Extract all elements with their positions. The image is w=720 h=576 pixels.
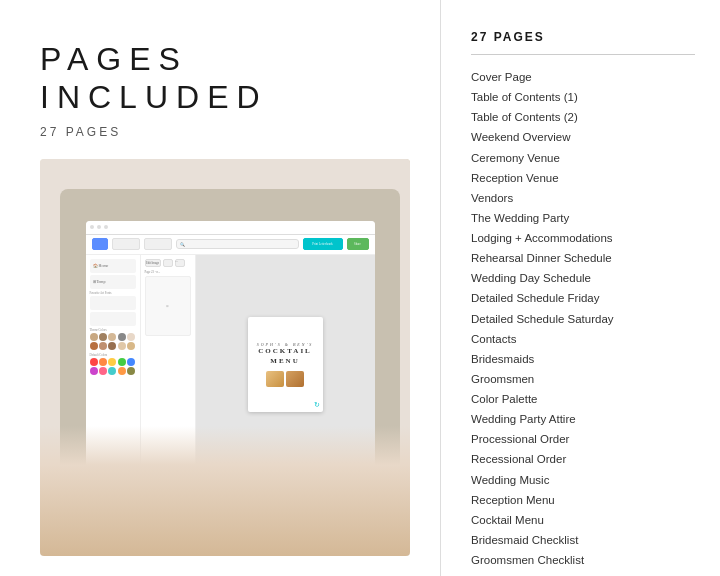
sidebar-templates[interactable]: ⊞ Temp (90, 275, 136, 289)
canvas-food-images (266, 371, 304, 387)
swatch-8 (108, 342, 116, 350)
canva-topbar (86, 221, 375, 235)
list-item: Recessional Order (471, 449, 695, 469)
sidebar-fonts[interactable] (90, 296, 136, 310)
list-item: Bridesmaid Checklist (471, 530, 695, 550)
right-panel: 27 PAGES Cover PageTable of Contents (1)… (440, 0, 720, 576)
swatch-4 (118, 333, 126, 341)
left-panel: PAGES INCLUDED 27 PAGES (0, 0, 440, 576)
swatch-7 (99, 342, 107, 350)
theme-colors (90, 333, 136, 350)
sidebar-label: Favorite Art Fonts (90, 291, 136, 295)
toolbar-share-btn[interactable]: Share (347, 238, 369, 250)
list-item: Groomsmen Checklist (471, 550, 695, 570)
edit-image-btn[interactable]: Edit Image (145, 259, 161, 267)
sidebar-home[interactable]: 🏠 Home (90, 259, 136, 273)
list-item: Detailed Schedule Saturday (471, 309, 695, 329)
list-item: Contacts (471, 329, 695, 349)
search-bar[interactable]: 🔍 (176, 239, 299, 249)
list-item: Wedding Music (471, 470, 695, 490)
pages-count-heading: 27 PAGES (471, 30, 695, 55)
swatch-ol (127, 367, 135, 375)
thumbnail-preview: ⊞ (145, 276, 191, 336)
list-item: Cocktail Menu (471, 510, 695, 530)
swatch-6 (90, 342, 98, 350)
swatch-9 (118, 342, 126, 350)
page-indicator: Page 23 - n... (145, 270, 191, 274)
dot-2 (97, 225, 101, 229)
food-img-1 (266, 371, 284, 387)
list-item: Cover Page (471, 67, 695, 87)
list-item: Lodging + Accommodations (471, 228, 695, 248)
list-item: Wedding Day Schedule (471, 268, 695, 288)
colors-label: Theme Colors (90, 328, 136, 332)
list-item: Table of Contents (2) (471, 107, 695, 127)
swatch-5 (127, 333, 135, 341)
swatch-c (108, 367, 116, 375)
flip-btn[interactable] (163, 259, 173, 267)
default-colors (90, 358, 136, 375)
swatch-3 (108, 333, 116, 341)
list-item: Color Palette (471, 389, 695, 409)
swatch-y (108, 358, 116, 366)
list-item: Groomsmen (471, 369, 695, 389)
toolbar-home-btn[interactable] (92, 238, 108, 250)
canva-toolbar: 🔍 Print Letterheads Share (86, 235, 375, 255)
canvas-page: Soph's & Ben's COCKTAIL MENU (248, 317, 323, 412)
swatch-g (118, 358, 126, 366)
edit-actions: Edit Image ··· (145, 259, 191, 267)
cocktail-title: COCKTAIL (257, 347, 314, 357)
list-item: Vendors (471, 188, 695, 208)
laptop-photo: 🔍 Print Letterheads Share 🏠 Home ⊞ Temp … (40, 159, 410, 556)
toolbar-file-btn[interactable] (112, 238, 140, 250)
swatch-o (99, 358, 107, 366)
toolbar-print-btn[interactable]: Print Letterheads (303, 238, 343, 250)
swatch-org (118, 367, 126, 375)
food-img-2 (286, 371, 304, 387)
menu-title: MENU (257, 357, 314, 367)
swatch-b (127, 358, 135, 366)
list-item: Detailed Schedule Friday (471, 288, 695, 308)
swatch-pk (99, 367, 107, 375)
list-item: Reception Venue (471, 168, 695, 188)
page-title: PAGES INCLUDED (40, 40, 410, 117)
swatch-p (90, 367, 98, 375)
list-item: Ceremony Venue (471, 148, 695, 168)
more-btn[interactable]: ··· (175, 259, 185, 267)
list-item: Weekend Overview (471, 127, 695, 147)
default-colors-label: Default Colors (90, 353, 136, 357)
dot-3 (104, 225, 108, 229)
toolbar-edit-btn[interactable] (144, 238, 172, 250)
list-item: Wedding Party Attire (471, 409, 695, 429)
refresh-icon[interactable]: ↻ (314, 401, 320, 409)
dot-1 (90, 225, 94, 229)
swatch-2 (99, 333, 107, 341)
list-item: Bridesmaids (471, 349, 695, 369)
list-item: Rehearsal Dinner Schedule (471, 248, 695, 268)
list-item: Honeymoon Booking (471, 570, 695, 576)
list-item: Table of Contents (1) (471, 87, 695, 107)
pages-list: Cover PageTable of Contents (1)Table of … (471, 67, 695, 576)
swatch-r (90, 358, 98, 366)
swatch-10 (127, 342, 135, 350)
sidebar-photos[interactable] (90, 312, 136, 326)
swatch-1 (90, 333, 98, 341)
pages-subtitle: 27 PAGES (40, 125, 410, 139)
cocktail-heading: Soph's & Ben's COCKTAIL MENU (257, 342, 314, 367)
list-item: Processional Order (471, 429, 695, 449)
list-item: The Wedding Party (471, 208, 695, 228)
list-item: Reception Menu (471, 490, 695, 510)
laptop-container: 🔍 Print Letterheads Share 🏠 Home ⊞ Temp … (40, 159, 410, 556)
hands-overlay (40, 426, 410, 556)
